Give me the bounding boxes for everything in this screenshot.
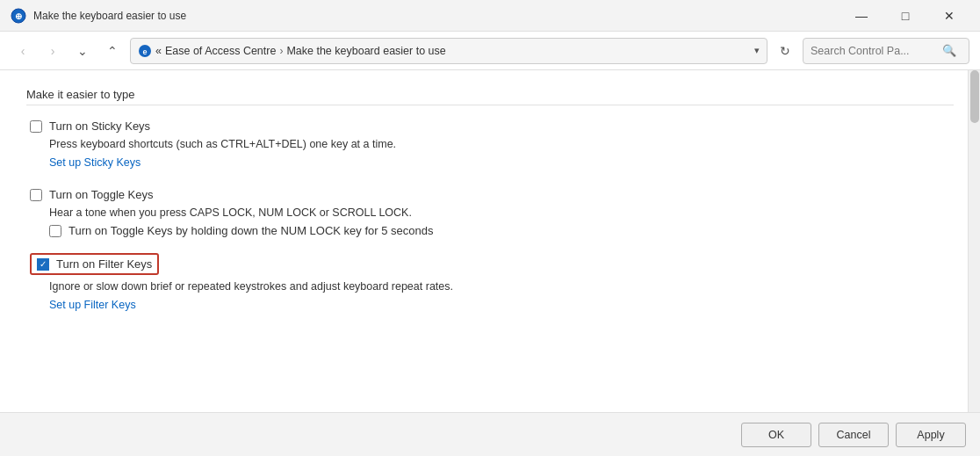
search-input[interactable] (811, 45, 942, 57)
back-button[interactable]: ‹ (11, 39, 35, 63)
maximize-button[interactable]: □ (885, 4, 926, 28)
toggle-keys-sub-row: Turn on Toggle Keys by holding down the … (49, 224, 954, 237)
title-bar: ⊕ Make the keyboard easier to use — □ ✕ (0, 0, 980, 32)
search-icon: 🔍 (942, 44, 956, 57)
toggle-keys-description: Hear a tone when you press CAPS LOCK, NU… (49, 206, 954, 219)
address-bar: ‹ › ⌄ ⌃ e « Ease of Access Centre › Make… (0, 32, 980, 70)
recent-pages-button[interactable]: ⌄ (70, 39, 95, 63)
cancel-button[interactable]: Cancel (818, 423, 889, 447)
filter-keys-setup-link[interactable]: Set up Filter Keys (49, 299, 136, 311)
svg-text:e: e (142, 47, 147, 56)
scrollbar-thumb[interactable] (970, 70, 979, 123)
minimize-button[interactable]: — (841, 4, 882, 28)
up-button[interactable]: ⌃ (100, 39, 125, 63)
toggle-keys-row: Turn on Toggle Keys (30, 188, 954, 201)
bottom-bar: OK Cancel Apply (0, 412, 980, 456)
apply-button[interactable]: Apply (896, 423, 966, 447)
section-heading: Make it easier to type (26, 88, 954, 105)
close-button[interactable]: ✕ (929, 4, 969, 28)
filter-keys-description: Ignore or slow down brief or repeated ke… (49, 280, 954, 293)
filter-keys-label: Turn on Filter Keys (56, 257, 152, 271)
breadcrumb-prefix: « (155, 45, 162, 57)
filter-keys-highlight: Turn on Filter Keys (30, 253, 159, 275)
window-icon: ⊕ (11, 8, 26, 24)
sticky-keys-row: Turn on Sticky Keys (30, 119, 954, 133)
main-content: Make it easier to type Turn on Sticky Ke… (0, 70, 980, 412)
sticky-keys-checkbox[interactable] (30, 120, 42, 133)
ok-button[interactable]: OK (741, 423, 811, 447)
toggle-keys-sub-checkbox[interactable] (49, 225, 61, 237)
address-path[interactable]: e « Ease of Access Centre › Make the key… (130, 38, 767, 64)
toggle-keys-checkbox[interactable] (30, 189, 42, 201)
svg-text:⊕: ⊕ (15, 11, 22, 21)
breadcrumb-icon: e (138, 44, 152, 58)
forward-button[interactable]: › (40, 39, 65, 63)
search-box: 🔍 (803, 38, 969, 64)
filter-keys-group: Turn on Filter Keys Ignore or slow down … (26, 253, 954, 315)
sticky-keys-group: Turn on Sticky Keys Press keyboard short… (26, 119, 954, 172)
breadcrumb-part2: Make the keyboard easier to use (286, 45, 445, 57)
filter-keys-row: Turn on Filter Keys (30, 253, 954, 275)
toggle-keys-sub-label: Turn on Toggle Keys by holding down the … (68, 224, 434, 237)
sticky-keys-setup-link[interactable]: Set up Sticky Keys (49, 156, 141, 169)
title-bar-controls: — □ ✕ (841, 4, 969, 28)
toggle-keys-group: Turn on Toggle Keys Hear a tone when you… (26, 188, 954, 237)
address-dropdown-button[interactable]: ▾ (754, 45, 760, 56)
filter-keys-checkbox[interactable] (37, 258, 49, 271)
breadcrumb-part1: Ease of Access Centre (165, 45, 276, 57)
title-bar-left: ⊕ Make the keyboard easier to use (11, 8, 186, 24)
sticky-keys-label: Turn on Sticky Keys (49, 119, 150, 133)
breadcrumb-separator: › (279, 45, 283, 57)
sticky-keys-description: Press keyboard shortcuts (such as CTRL+A… (49, 138, 954, 150)
scrollbar-track (968, 70, 980, 412)
toggle-keys-label: Turn on Toggle Keys (49, 188, 154, 201)
window-title: Make the keyboard easier to use (33, 10, 186, 22)
refresh-button[interactable]: ↻ (773, 39, 797, 63)
